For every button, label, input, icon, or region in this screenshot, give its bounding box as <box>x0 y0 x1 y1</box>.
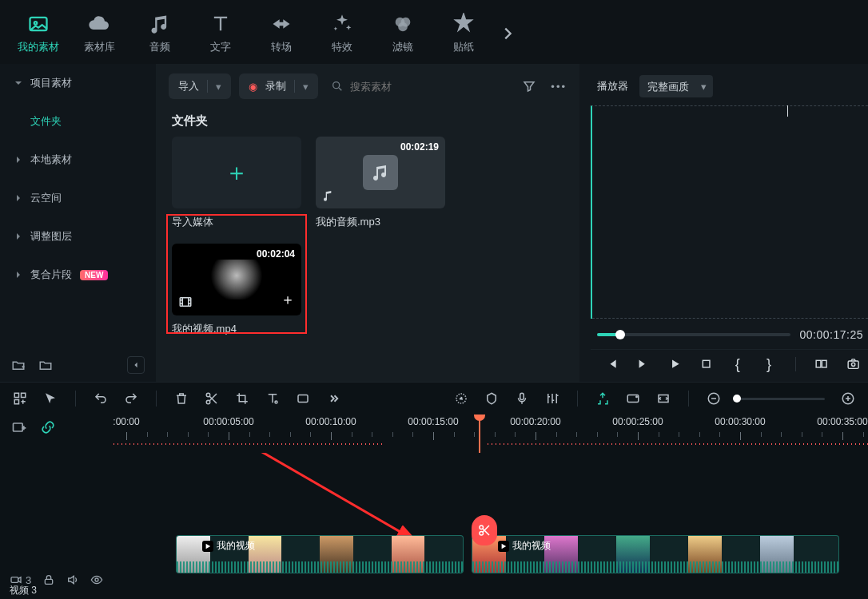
music-icon <box>363 155 398 190</box>
select-tool-button[interactable] <box>43 391 58 406</box>
svg-point-4 <box>398 22 408 32</box>
play-icon <box>498 541 509 552</box>
sidebar: 项目素材 文件夹 本地素材 云空间 调整图层 复合片段 NEW <box>0 64 156 382</box>
svg-point-30 <box>95 578 98 581</box>
sidebar-item-folder[interactable]: 文件夹 <box>0 102 156 141</box>
fit-button[interactable] <box>656 391 671 406</box>
play-button[interactable] <box>668 356 682 372</box>
filter-button[interactable] <box>522 79 536 93</box>
svg-point-17 <box>275 401 277 403</box>
search-input[interactable] <box>350 81 446 93</box>
audio-small-icon <box>322 189 335 202</box>
audio-mixer-button[interactable] <box>545 391 559 406</box>
svg-line-31 <box>112 453 416 541</box>
track-label: 视频 3 <box>10 584 37 597</box>
import-media-card[interactable]: ＋ 导入媒体 <box>172 137 301 229</box>
delete-button[interactable] <box>174 391 189 406</box>
timeline-clip-2[interactable]: 我的视频 <box>472 535 839 573</box>
svg-rect-29 <box>46 579 53 584</box>
tabs-more-button[interactable] <box>499 25 516 42</box>
svg-rect-10 <box>848 361 858 368</box>
svg-rect-12 <box>14 393 18 397</box>
timeline-ruler[interactable]: :00:00 00:00:05:00 00:00:10:00 00:00:15:… <box>112 415 868 453</box>
svg-rect-18 <box>298 395 308 403</box>
sticker-icon <box>452 13 475 35</box>
tab-library[interactable]: 素材库 <box>70 13 128 54</box>
timeline-playhead[interactable] <box>474 415 485 421</box>
ruler-range-pre <box>112 443 385 445</box>
compare-button[interactable] <box>814 356 828 372</box>
filters-icon <box>392 13 414 35</box>
color-wheel-button[interactable] <box>454 391 468 406</box>
audio-card[interactable]: 00:02:19 我的音频.mp3 <box>316 137 445 229</box>
split-button[interactable] <box>205 391 219 406</box>
magnet-button[interactable] <box>595 391 610 406</box>
tab-transition[interactable]: 转场 <box>253 13 310 54</box>
zoom-in-button[interactable] <box>841 391 855 406</box>
timeline-clip-1[interactable]: 我的视频 <box>176 535 464 573</box>
add-to-timeline-button[interactable]: ＋ <box>281 290 295 309</box>
preview-time: 00:00:17:25 <box>800 328 863 341</box>
tab-stickers[interactable]: 贴纸 <box>435 13 492 54</box>
image-icon <box>27 13 50 35</box>
mark-out-button[interactable]: } <box>762 356 775 372</box>
tab-audio[interactable]: 音频 <box>131 13 189 54</box>
sidebar-item-cloud[interactable]: 云空间 <box>0 179 156 217</box>
svg-point-23 <box>636 396 638 398</box>
track-link-button[interactable] <box>40 419 56 435</box>
quality-select[interactable]: 完整画质 <box>639 75 713 97</box>
sidebar-item-project[interactable]: 项目素材 <box>0 64 156 102</box>
svg-rect-27 <box>14 423 23 431</box>
crop-button[interactable] <box>235 391 249 406</box>
player-label: 播放器 <box>597 79 628 93</box>
chevron-down-icon: ▾ <box>216 81 221 93</box>
sidebar-item-local[interactable]: 本地素材 <box>0 141 156 179</box>
link-toggle-button[interactable] <box>626 391 640 406</box>
ruler-range-post <box>486 443 868 445</box>
media-panel: 导入 ▾ ◉ 录制 ▾ ••• 文件夹 ＋ 导入媒体 <box>156 64 579 382</box>
new-bin-button[interactable] <box>38 358 53 372</box>
search-icon <box>331 80 344 93</box>
sidebar-item-compound[interactable]: 复合片段 NEW <box>0 256 156 294</box>
svg-point-11 <box>851 363 854 367</box>
snapshot-button[interactable] <box>846 356 860 372</box>
next-frame-button[interactable] <box>636 356 650 372</box>
split-indicator[interactable] <box>472 515 497 545</box>
mark-in-button[interactable]: { <box>731 356 744 372</box>
text-tool-button[interactable] <box>265 391 280 406</box>
svg-point-20 <box>460 398 463 400</box>
record-dropdown[interactable]: ◉ 录制 ▾ <box>239 73 318 99</box>
import-dropdown[interactable]: 导入 ▾ <box>169 73 231 99</box>
sidebar-item-adjust[interactable]: 调整图层 <box>0 217 156 256</box>
stop-button[interactable] <box>699 356 713 372</box>
track-lock-button[interactable] <box>42 573 55 586</box>
section-folder-title: 文件夹 <box>156 109 579 137</box>
marker-button[interactable] <box>484 391 499 406</box>
undo-button[interactable] <box>94 391 108 406</box>
zoom-slider[interactable] <box>737 398 825 400</box>
preview-canvas[interactable] <box>591 105 868 319</box>
tab-my-media[interactable]: 我的素材 <box>10 13 67 54</box>
aspect-button[interactable] <box>296 391 310 406</box>
tab-effects[interactable]: 特效 <box>313 13 371 54</box>
redo-button[interactable] <box>124 391 138 406</box>
zoom-out-button[interactable] <box>707 391 721 406</box>
new-folder-button[interactable] <box>11 358 26 372</box>
tab-text[interactable]: 文字 <box>192 13 249 54</box>
prev-frame-button[interactable] <box>605 356 619 372</box>
video-card[interactable]: 00:02:04 ＋ 我的视频.mp4 <box>172 244 301 336</box>
track-add-button[interactable] <box>11 419 27 435</box>
layout-button[interactable] <box>13 391 27 406</box>
sparkle-icon <box>331 13 353 35</box>
more-button[interactable]: ••• <box>551 81 567 93</box>
track-mute-button[interactable] <box>66 573 79 586</box>
svg-rect-8 <box>817 361 822 368</box>
svg-rect-21 <box>520 393 524 399</box>
toolbar-more-button[interactable] <box>326 391 340 406</box>
track-visibility-button[interactable] <box>90 573 103 586</box>
tab-filters[interactable]: 滤镜 <box>374 13 432 54</box>
plus-icon: ＋ <box>225 157 249 189</box>
voiceover-button[interactable] <box>515 391 529 406</box>
preview-seek-slider[interactable] <box>597 333 790 336</box>
collapse-sidebar-button[interactable] <box>127 356 145 374</box>
